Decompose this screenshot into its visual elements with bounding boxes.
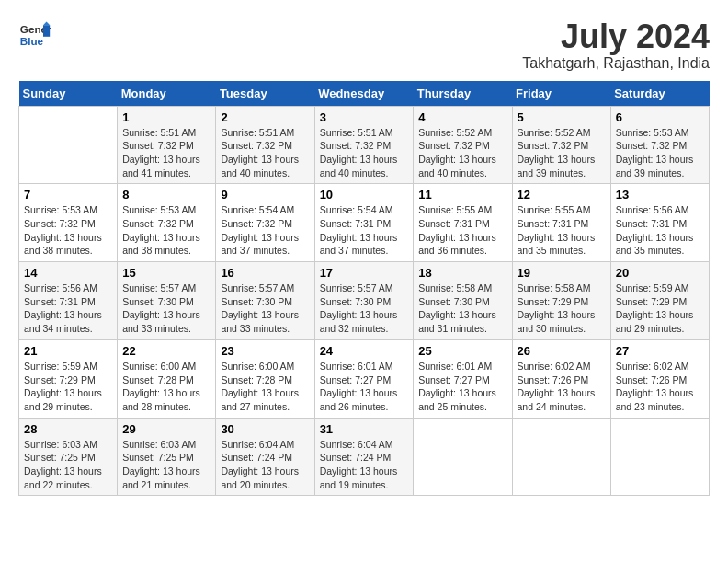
logo: General Blue	[18, 18, 51, 52]
header-friday: Friday	[512, 81, 610, 107]
day-info: Sunrise: 6:04 AM Sunset: 7:24 PM Dayligh…	[221, 438, 309, 492]
day-number: 21	[24, 344, 112, 358]
calendar-cell: 7Sunrise: 5:53 AM Sunset: 7:32 PM Daylig…	[19, 184, 118, 262]
day-number: 25	[418, 344, 506, 358]
calendar-cell: 21Sunrise: 5:59 AM Sunset: 7:29 PM Dayli…	[19, 339, 118, 418]
day-number: 29	[122, 422, 210, 436]
day-info: Sunrise: 5:56 AM Sunset: 7:31 PM Dayligh…	[24, 282, 112, 336]
week-row-3: 14Sunrise: 5:56 AM Sunset: 7:31 PM Dayli…	[19, 262, 710, 340]
calendar-cell	[512, 418, 610, 496]
day-number: 3	[320, 110, 409, 124]
day-info: Sunrise: 5:51 AM Sunset: 7:32 PM Dayligh…	[320, 126, 409, 180]
day-number: 23	[221, 344, 309, 358]
day-info: Sunrise: 5:54 AM Sunset: 7:31 PM Dayligh…	[320, 203, 409, 258]
calendar-cell: 25Sunrise: 6:01 AM Sunset: 7:27 PM Dayli…	[414, 339, 512, 418]
day-number: 11	[418, 188, 506, 201]
day-info: Sunrise: 5:58 AM Sunset: 7:30 PM Dayligh…	[418, 282, 506, 336]
logo-icon: General Blue	[18, 18, 51, 52]
day-info: Sunrise: 6:04 AM Sunset: 7:24 PM Dayligh…	[320, 438, 409, 492]
calendar-cell: 4Sunrise: 5:52 AM Sunset: 7:32 PM Daylig…	[414, 106, 512, 184]
day-number: 17	[320, 266, 409, 280]
day-number: 18	[418, 266, 506, 280]
week-row-4: 21Sunrise: 5:59 AM Sunset: 7:29 PM Dayli…	[19, 339, 710, 418]
header-wednesday: Wednesday	[314, 81, 414, 107]
day-info: Sunrise: 5:55 AM Sunset: 7:31 PM Dayligh…	[518, 203, 606, 258]
calendar-table: Sunday Monday Tuesday Wednesday Thursday…	[18, 81, 710, 497]
day-info: Sunrise: 5:57 AM Sunset: 7:30 PM Dayligh…	[320, 282, 409, 336]
header-row: Sunday Monday Tuesday Wednesday Thursday…	[19, 81, 710, 107]
day-info: Sunrise: 5:52 AM Sunset: 7:32 PM Dayligh…	[518, 126, 606, 180]
day-info: Sunrise: 5:59 AM Sunset: 7:29 PM Dayligh…	[616, 282, 704, 336]
calendar-cell: 23Sunrise: 6:00 AM Sunset: 7:28 PM Dayli…	[216, 339, 314, 418]
day-info: Sunrise: 5:53 AM Sunset: 7:32 PM Dayligh…	[24, 203, 112, 258]
day-info: Sunrise: 6:03 AM Sunset: 7:25 PM Dayligh…	[24, 438, 112, 492]
day-number: 13	[616, 188, 704, 201]
day-number: 26	[518, 344, 606, 358]
calendar-cell: 30Sunrise: 6:04 AM Sunset: 7:24 PM Dayli…	[216, 418, 314, 496]
svg-text:Blue: Blue	[20, 35, 44, 47]
day-number: 27	[616, 344, 704, 358]
day-number: 16	[221, 266, 309, 280]
calendar-cell: 31Sunrise: 6:04 AM Sunset: 7:24 PM Dayli…	[314, 418, 414, 496]
month-year-title: July 2024	[522, 18, 710, 55]
day-number: 6	[616, 110, 704, 124]
calendar-cell: 17Sunrise: 5:57 AM Sunset: 7:30 PM Dayli…	[314, 262, 414, 340]
day-number: 7	[24, 188, 112, 201]
day-info: Sunrise: 5:59 AM Sunset: 7:29 PM Dayligh…	[24, 360, 112, 414]
calendar-cell: 1Sunrise: 5:51 AM Sunset: 7:32 PM Daylig…	[118, 106, 216, 184]
calendar-cell: 10Sunrise: 5:54 AM Sunset: 7:31 PM Dayli…	[314, 184, 414, 262]
calendar-cell: 15Sunrise: 5:57 AM Sunset: 7:30 PM Dayli…	[118, 262, 216, 340]
day-number: 31	[320, 422, 409, 436]
day-info: Sunrise: 6:02 AM Sunset: 7:26 PM Dayligh…	[518, 360, 606, 414]
day-info: Sunrise: 5:54 AM Sunset: 7:32 PM Dayligh…	[221, 203, 309, 258]
day-number: 22	[122, 344, 210, 358]
calendar-cell: 16Sunrise: 5:57 AM Sunset: 7:30 PM Dayli…	[216, 262, 314, 340]
title-section: July 2024 Takhatgarh, Rajasthan, India	[522, 18, 710, 72]
day-number: 30	[221, 422, 309, 436]
day-info: Sunrise: 6:01 AM Sunset: 7:27 PM Dayligh…	[418, 360, 506, 414]
calendar-cell: 28Sunrise: 6:03 AM Sunset: 7:25 PM Dayli…	[19, 418, 118, 496]
day-info: Sunrise: 5:55 AM Sunset: 7:31 PM Dayligh…	[418, 203, 506, 258]
day-info: Sunrise: 5:57 AM Sunset: 7:30 PM Dayligh…	[122, 282, 210, 336]
calendar-cell	[414, 418, 512, 496]
day-number: 1	[122, 110, 210, 124]
day-info: Sunrise: 5:51 AM Sunset: 7:32 PM Dayligh…	[221, 126, 309, 180]
day-info: Sunrise: 5:53 AM Sunset: 7:32 PM Dayligh…	[122, 203, 210, 258]
header-saturday: Saturday	[610, 81, 709, 107]
calendar-cell: 14Sunrise: 5:56 AM Sunset: 7:31 PM Dayli…	[19, 262, 118, 340]
day-info: Sunrise: 6:00 AM Sunset: 7:28 PM Dayligh…	[221, 360, 309, 414]
calendar-cell: 9Sunrise: 5:54 AM Sunset: 7:32 PM Daylig…	[216, 184, 314, 262]
calendar-cell: 5Sunrise: 5:52 AM Sunset: 7:32 PM Daylig…	[512, 106, 610, 184]
day-number: 9	[221, 188, 309, 201]
calendar-cell: 8Sunrise: 5:53 AM Sunset: 7:32 PM Daylig…	[118, 184, 216, 262]
day-info: Sunrise: 5:52 AM Sunset: 7:32 PM Dayligh…	[418, 126, 506, 180]
day-number: 8	[122, 188, 210, 201]
header-thursday: Thursday	[414, 81, 512, 107]
day-info: Sunrise: 5:58 AM Sunset: 7:29 PM Dayligh…	[518, 282, 606, 336]
day-number: 28	[24, 422, 112, 436]
day-info: Sunrise: 6:01 AM Sunset: 7:27 PM Dayligh…	[320, 360, 409, 414]
week-row-1: 1Sunrise: 5:51 AM Sunset: 7:32 PM Daylig…	[19, 106, 710, 184]
calendar-cell: 24Sunrise: 6:01 AM Sunset: 7:27 PM Dayli…	[314, 339, 414, 418]
day-info: Sunrise: 5:56 AM Sunset: 7:31 PM Dayligh…	[616, 203, 704, 258]
header-tuesday: Tuesday	[216, 81, 314, 107]
page-header: General Blue July 2024 Takhatgarh, Rajas…	[18, 18, 710, 72]
day-number: 24	[320, 344, 409, 358]
day-info: Sunrise: 6:03 AM Sunset: 7:25 PM Dayligh…	[122, 438, 210, 492]
day-number: 20	[616, 266, 704, 280]
svg-marker-2	[43, 25, 50, 37]
calendar-cell: 22Sunrise: 6:00 AM Sunset: 7:28 PM Dayli…	[118, 339, 216, 418]
day-number: 2	[221, 110, 309, 124]
day-number: 12	[518, 188, 606, 201]
calendar-cell: 27Sunrise: 6:02 AM Sunset: 7:26 PM Dayli…	[610, 339, 709, 418]
day-number: 10	[320, 188, 409, 201]
day-number: 15	[122, 266, 210, 280]
calendar-cell: 3Sunrise: 5:51 AM Sunset: 7:32 PM Daylig…	[314, 106, 414, 184]
day-info: Sunrise: 5:51 AM Sunset: 7:32 PM Dayligh…	[122, 126, 210, 180]
day-info: Sunrise: 5:57 AM Sunset: 7:30 PM Dayligh…	[221, 282, 309, 336]
day-number: 4	[418, 110, 506, 124]
calendar-cell	[19, 106, 118, 184]
day-info: Sunrise: 5:53 AM Sunset: 7:32 PM Dayligh…	[616, 126, 704, 180]
day-number: 14	[24, 266, 112, 280]
location-subtitle: Takhatgarh, Rajasthan, India	[522, 55, 710, 72]
